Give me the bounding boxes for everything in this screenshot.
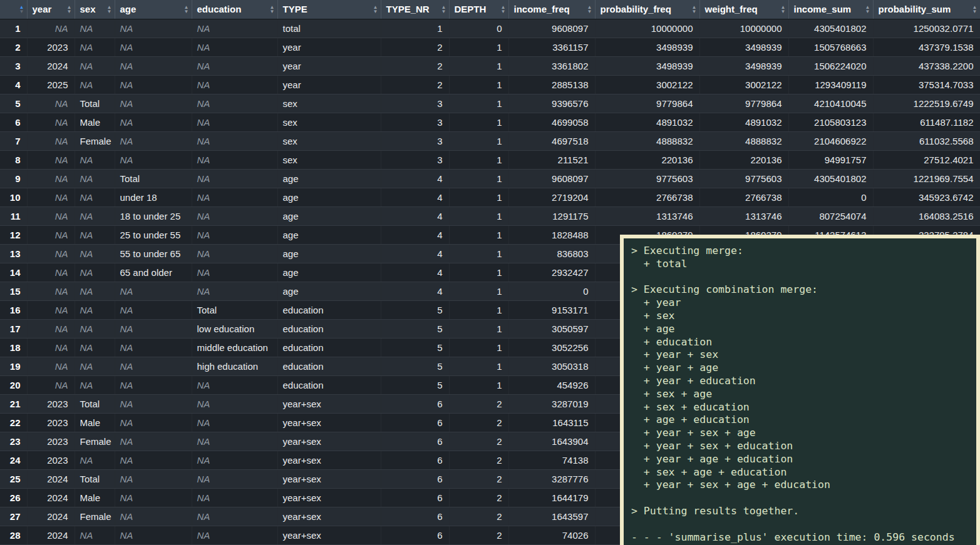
table-cell: 2 bbox=[449, 451, 508, 469]
column-header-weight-freq[interactable]: weight_freq▲▼ bbox=[699, 0, 788, 19]
table-cell: Total bbox=[75, 94, 115, 113]
table-cell: 2024 bbox=[27, 56, 75, 75]
console-line: + year + sex + education bbox=[631, 440, 971, 453]
column-header-label: probability_sum bbox=[879, 4, 951, 14]
table-cell: NA bbox=[192, 131, 277, 150]
table-cell: 3 bbox=[381, 113, 449, 131]
table-row[interactable]: 42025NANANAyear2128851383002122300212212… bbox=[0, 75, 980, 94]
row-number: 15 bbox=[0, 282, 27, 300]
table-cell: 1 bbox=[449, 300, 508, 319]
table-cell: NA bbox=[192, 113, 277, 131]
table-row[interactable]: 6NAMaleNANAsex31469905848910324891032210… bbox=[0, 113, 980, 131]
table-cell: NA bbox=[192, 526, 277, 544]
table-row[interactable]: 1NANANANAtotal10960809710000000100000004… bbox=[0, 19, 980, 38]
table-cell: NA bbox=[27, 169, 75, 188]
column-header-income-freq[interactable]: income_freq▲▼ bbox=[508, 0, 595, 19]
column-header-probability-sum[interactable]: probability_sum▲▼ bbox=[873, 0, 980, 19]
table-cell: 94991757 bbox=[788, 150, 873, 169]
table-cell: 3287776 bbox=[508, 469, 595, 488]
console-line: + age + education bbox=[631, 414, 971, 427]
console-line: + year bbox=[631, 297, 971, 310]
table-cell: NA bbox=[75, 225, 115, 244]
console-line: + total bbox=[631, 258, 971, 271]
table-cell: 55 to under 65 bbox=[115, 244, 192, 263]
column-header-type[interactable]: TYPE▲▼ bbox=[277, 0, 381, 19]
table-cell: NA bbox=[115, 38, 192, 56]
table-cell: 2023 bbox=[27, 451, 75, 469]
table-row[interactable]: 11NANA18 to under 25NAage411291175131374… bbox=[0, 206, 980, 225]
table-cell: year+sex bbox=[277, 451, 381, 469]
column-header-sex[interactable]: sex▲▼ bbox=[75, 0, 115, 19]
table-header-row: ▲▼year▲▼sex▲▼age▲▼education▲▼TYPE▲▼TYPE_… bbox=[0, 0, 980, 19]
table-row[interactable]: 8NANANANAsex3121152122013622013694991757… bbox=[0, 150, 980, 169]
table-cell: NA bbox=[192, 188, 277, 206]
column-header-education[interactable]: education▲▼ bbox=[192, 0, 277, 19]
console-line bbox=[631, 271, 971, 284]
table-cell: NA bbox=[115, 282, 192, 300]
table-cell: high education bbox=[192, 357, 277, 375]
console-line: + sex + age bbox=[631, 388, 971, 401]
table-cell: Male bbox=[75, 113, 115, 131]
table-cell: 2766738 bbox=[595, 188, 699, 206]
sort-icon: ▲▼ bbox=[270, 5, 275, 14]
sort-icon: ▲▼ bbox=[373, 5, 378, 14]
table-row[interactable]: 10NANAunder 18NAage412719204276673827667… bbox=[0, 188, 980, 206]
table-cell: 1291175 bbox=[508, 206, 595, 225]
table-cell: NA bbox=[115, 56, 192, 75]
console-line bbox=[631, 518, 971, 531]
table-cell: 3 bbox=[381, 131, 449, 150]
table-cell: sex bbox=[277, 113, 381, 131]
column-header-label: sex bbox=[80, 4, 96, 14]
table-cell: 1643904 bbox=[508, 432, 595, 451]
table-cell: 2023 bbox=[27, 413, 75, 432]
table-cell: 1828488 bbox=[508, 225, 595, 244]
table-row[interactable]: 7NAFemaleNANAsex314697518488883248888322… bbox=[0, 131, 980, 150]
column-header-probability-freq[interactable]: probability_freq▲▼ bbox=[595, 0, 699, 19]
table-cell: NA bbox=[192, 413, 277, 432]
table-cell: NA bbox=[115, 357, 192, 375]
table-row[interactable]: 9NANATotalNAage4196080979775603977560343… bbox=[0, 169, 980, 188]
table-cell: NA bbox=[75, 375, 115, 394]
table-cell: 1250032.0771 bbox=[873, 19, 980, 38]
table-cell: 1505768663 bbox=[788, 38, 873, 56]
table-cell: 5 bbox=[381, 338, 449, 357]
sort-icon: ▲▼ bbox=[19, 5, 24, 14]
table-row[interactable]: 5NATotalNANAsex3193965769779864977986442… bbox=[0, 94, 980, 113]
column-header-age[interactable]: age▲▼ bbox=[115, 0, 192, 19]
row-number: 4 bbox=[0, 75, 27, 94]
sort-icon: ▲▼ bbox=[441, 5, 446, 14]
table-cell: NA bbox=[27, 375, 75, 394]
column-header-depth[interactable]: DEPTH▲▼ bbox=[449, 0, 508, 19]
table-cell: 3498939 bbox=[595, 56, 699, 75]
row-number: 10 bbox=[0, 188, 27, 206]
table-cell: 220136 bbox=[595, 150, 699, 169]
table-cell: NA bbox=[192, 469, 277, 488]
table-cell: NA bbox=[27, 338, 75, 357]
column-header-label: income_sum bbox=[794, 4, 852, 14]
row-number: 24 bbox=[0, 451, 27, 469]
table-cell: 3 bbox=[381, 94, 449, 113]
table-row[interactable]: 22023NANANAyear2133611573498939349893915… bbox=[0, 38, 980, 56]
table-cell: 5 bbox=[381, 357, 449, 375]
table-cell: education bbox=[277, 338, 381, 357]
table-cell: NA bbox=[27, 113, 75, 131]
table-cell: Female bbox=[75, 131, 115, 150]
sort-icon: ▲▼ bbox=[972, 5, 977, 14]
table-cell: 2 bbox=[449, 469, 508, 488]
table-cell: 5 bbox=[381, 319, 449, 338]
table-cell: 2885138 bbox=[508, 75, 595, 94]
column-header-rownum[interactable]: ▲▼ bbox=[0, 0, 27, 19]
table-cell: sex bbox=[277, 94, 381, 113]
table-cell: 3361802 bbox=[508, 56, 595, 75]
column-header-income-sum[interactable]: income_sum▲▼ bbox=[788, 0, 873, 19]
table-cell: 2024 bbox=[27, 507, 75, 526]
table-cell: NA bbox=[115, 338, 192, 357]
table-cell: 437379.1538 bbox=[873, 38, 980, 56]
column-header-type-nr[interactable]: TYPE_NR▲▼ bbox=[381, 0, 449, 19]
sort-icon: ▲▼ bbox=[587, 5, 592, 14]
row-number: 9 bbox=[0, 169, 27, 188]
table-row[interactable]: 32024NANANAyear2133618023498939349893915… bbox=[0, 56, 980, 75]
table-cell: 3361157 bbox=[508, 38, 595, 56]
column-header-year[interactable]: year▲▼ bbox=[27, 0, 75, 19]
table-cell: 836803 bbox=[508, 244, 595, 263]
